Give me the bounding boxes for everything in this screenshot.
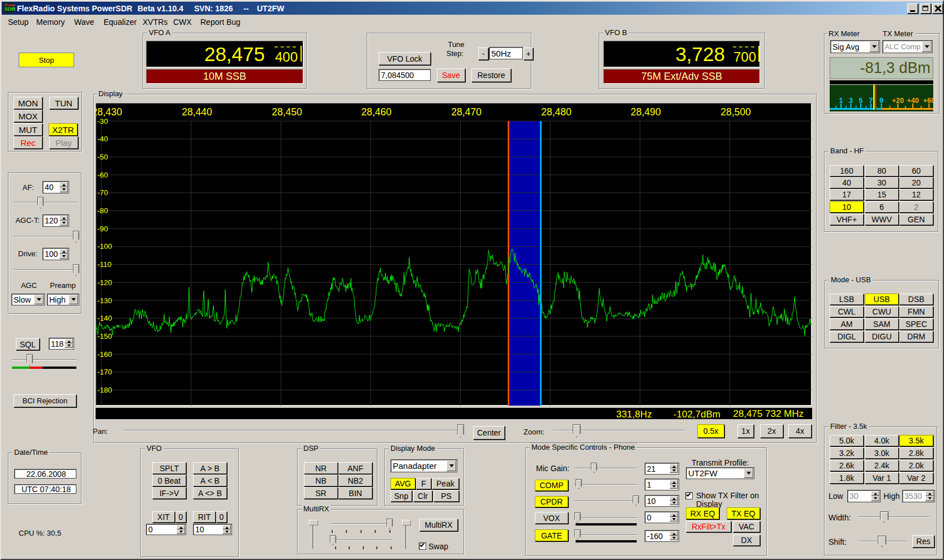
svg-text:5: 5	[859, 97, 863, 105]
svg-text:-80: -80	[97, 206, 108, 215]
svg-text:-170: -170	[97, 368, 112, 376]
svg-text:-150: -150	[97, 332, 112, 341]
svg-text:28,430: 28,430	[96, 106, 122, 118]
svg-text:-120: -120	[97, 278, 112, 287]
svg-text:+20: +20	[892, 97, 904, 105]
svg-text:-60: -60	[97, 171, 108, 179]
svg-text:28,480: 28,480	[541, 106, 572, 118]
svg-text:-100: -100	[97, 242, 112, 251]
svg-text:28,460: 28,460	[361, 106, 392, 118]
svg-text:+40: +40	[907, 97, 919, 105]
svg-text:1: 1	[839, 97, 843, 105]
svg-text:-90: -90	[97, 225, 108, 233]
svg-text:28,440: 28,440	[182, 106, 212, 118]
svg-text:28,450: 28,450	[272, 106, 302, 118]
svg-text:-140: -140	[97, 314, 112, 322]
svg-text:-50: -50	[97, 153, 108, 161]
svg-text:9: 9	[879, 97, 883, 105]
svg-text:3: 3	[849, 97, 853, 105]
svg-text:+60: +60	[923, 97, 933, 105]
svg-text:-130: -130	[97, 296, 112, 305]
svg-text:-180: -180	[97, 386, 112, 394]
svg-text:-30: -30	[97, 117, 108, 126]
svg-text:-70: -70	[97, 188, 108, 197]
svg-text:28,500: 28,500	[720, 106, 751, 118]
svg-text:28,490: 28,490	[630, 106, 661, 118]
svg-text:-110: -110	[97, 260, 111, 269]
svg-text:-160: -160	[97, 350, 112, 359]
svg-text:-40: -40	[97, 135, 108, 143]
svg-text:28,470: 28,470	[451, 106, 482, 118]
svg-text:7: 7	[869, 97, 873, 105]
